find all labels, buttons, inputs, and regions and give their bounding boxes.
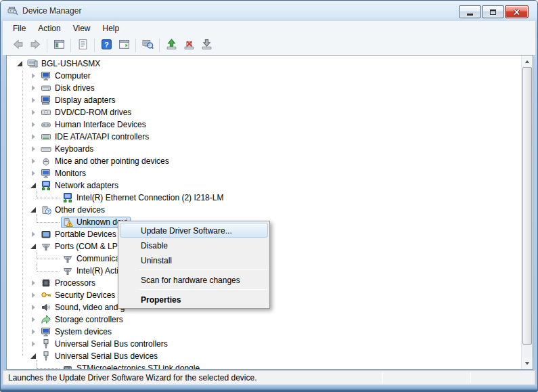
tree-item[interactable]: Human Interface Devices	[39, 119, 150, 131]
tree-expander-collapsed[interactable]	[28, 131, 39, 142]
window-title: Device Manager	[22, 6, 81, 16]
hid-device-icon	[41, 119, 51, 130]
tree-item[interactable]: STMicroelectronics STLink dongle	[61, 363, 203, 370]
menu-view[interactable]: View	[67, 22, 97, 35]
tree-row: IDE ATA/ATAPI controllers	[28, 131, 520, 143]
toolbar-forward-button[interactable]	[27, 37, 43, 53]
tree-expander-collapsed[interactable]	[28, 290, 39, 301]
display-adapter-icon	[41, 95, 51, 106]
tree-expander-collapsed[interactable]	[28, 107, 39, 118]
toolbar-properties-button[interactable]	[74, 37, 91, 53]
tree-row: Human Interface Devices	[28, 118, 520, 131]
tree-expander-collapsed[interactable]	[28, 70, 39, 81]
tree-item[interactable]: Portable Devices	[39, 229, 120, 240]
tree-item-label: Keyboards	[55, 144, 93, 154]
tree-row: Computer	[28, 70, 520, 82]
contextmenu-item-disable[interactable]: Disable	[120, 238, 268, 253]
disk-drive-icon	[41, 83, 51, 93]
menu-action[interactable]: Action	[32, 22, 66, 35]
tree-item[interactable]: Display adapters	[39, 95, 118, 106]
tree-expander-collapsed[interactable]	[28, 144, 39, 154]
monitor-icon	[41, 168, 51, 179]
tree-item[interactable]: Security Devices	[39, 290, 118, 301]
tree-expander-collapsed[interactable]	[28, 83, 39, 93]
tree-item[interactable]: Keyboards	[39, 144, 97, 155]
tree-item[interactable]: Disk drives	[39, 83, 98, 94]
tree-expander-collapsed[interactable]	[28, 326, 39, 337]
maximize-button[interactable]	[482, 5, 504, 18]
tree-row: Storage controllers	[28, 313, 520, 326]
close-button[interactable]	[505, 5, 529, 18]
tree-row: Universal Serial Bus controllers	[28, 338, 520, 350]
context-menu-separator	[139, 269, 267, 270]
tree-expander-collapsed[interactable]	[28, 314, 39, 325]
tree-expander-collapsed[interactable]	[28, 278, 39, 288]
scroll-down-button[interactable]	[522, 357, 533, 369]
close-icon	[513, 9, 520, 16]
menu-help[interactable]: Help	[97, 22, 126, 35]
tree-row: Intel(R) Ethernet Connection (2) I218-LM	[37, 192, 520, 204]
tree-expander-collapsed[interactable]	[28, 119, 39, 130]
scroll-up-button[interactable]	[522, 56, 533, 67]
toolbar-help-button[interactable]: ?	[98, 37, 114, 53]
tree-item[interactable]: Computer	[39, 70, 94, 82]
toolbar-show-action-pane-button[interactable]	[116, 37, 132, 53]
contextmenu-item-uninstall[interactable]: Uninstall	[120, 253, 268, 267]
tree-expander-collapsed[interactable]	[28, 302, 39, 313]
tree-expander-collapsed[interactable]	[28, 156, 39, 167]
tree-item-label: STMicroelectronics STLink dongle	[76, 364, 200, 370]
tree-item[interactable]: System devices	[39, 326, 115, 338]
uninstall-icon	[183, 39, 195, 52]
statusbar-separator	[382, 372, 383, 383]
tree-expander-collapsed[interactable]	[28, 168, 39, 179]
tree-item[interactable]: Storage controllers	[39, 314, 127, 326]
menu-file[interactable]: File	[7, 22, 32, 35]
toolbar-scan-hardware-changes-button[interactable]	[139, 37, 156, 53]
tree-elbow	[37, 192, 61, 204]
tree-row: Portable Devices	[28, 228, 520, 240]
tree-item[interactable]: BGL-USHASMX	[26, 58, 104, 70]
toolbar-disable-button[interactable]	[198, 37, 215, 53]
toolbar-uninstall-button[interactable]	[181, 37, 197, 53]
mouse-icon	[41, 156, 51, 167]
tree-item-label: Portable Devices	[55, 230, 116, 239]
vertical-scrollbar[interactable]	[521, 56, 533, 369]
tree-row: Processors	[28, 277, 520, 289]
tree-expander-collapsed[interactable]	[28, 95, 39, 106]
tree-expander-expanded[interactable]	[15, 58, 26, 69]
tree-item[interactable]: Monitors	[39, 168, 89, 179]
tree-row: BGL-USHASMX	[15, 58, 520, 70]
toolbar: ?	[3, 35, 535, 55]
titlebar[interactable]: Device Manager	[1, 1, 537, 21]
contextmenu-item-update-driver-software[interactable]: Update Driver Software...	[120, 223, 268, 238]
tree-item[interactable]: Universal Serial Bus controllers	[39, 339, 171, 350]
toolbar-update-driver-software-button[interactable]	[163, 37, 179, 53]
tree-item[interactable]: Sound, video and g	[39, 302, 128, 313]
tree-item[interactable]: DVD/CD-ROM drives	[39, 107, 135, 118]
tree-item[interactable]: IDE ATA/ATAPI controllers	[39, 131, 152, 143]
scrollbar-thumb[interactable]	[522, 67, 532, 345]
window-bottom-border	[1, 385, 537, 391]
toolbar-back-button[interactable]	[9, 37, 26, 53]
toolbar-show-hide-console-tree-button[interactable]	[51, 37, 67, 53]
minimize-button[interactable]	[459, 5, 481, 18]
update-driver-software-icon	[166, 39, 177, 52]
toolbar-separator	[47, 39, 47, 52]
contextmenu-item-scan-for-hardware-changes[interactable]: Scan for hardware changes	[120, 272, 268, 287]
tree-expander-collapsed[interactable]	[28, 339, 39, 349]
tree-item-label: DVD/CD-ROM drives	[55, 108, 131, 117]
tree-expander-collapsed[interactable]	[28, 229, 39, 240]
usb-dongle-icon	[62, 363, 73, 370]
contextmenu-item-properties[interactable]: Properties	[120, 292, 268, 307]
tree-item-label: Mice and other pointing devices	[55, 156, 169, 166]
tree-row: Intel(R) Active	[37, 265, 520, 277]
tree-item-label: Sound, video and g	[55, 303, 125, 312]
tree-item[interactable]: Mice and other pointing devices	[39, 156, 173, 167]
tree-row: Keyboards	[28, 143, 520, 155]
tree-item-label: System devices	[55, 327, 112, 336]
properties-icon	[77, 39, 89, 52]
tree-item[interactable]: Processors	[39, 278, 99, 289]
back-icon	[12, 39, 24, 52]
show-hide-console-tree-icon	[53, 39, 65, 52]
tree-item[interactable]: Intel(R) Ethernet Connection (2) I218-LM	[61, 192, 227, 204]
